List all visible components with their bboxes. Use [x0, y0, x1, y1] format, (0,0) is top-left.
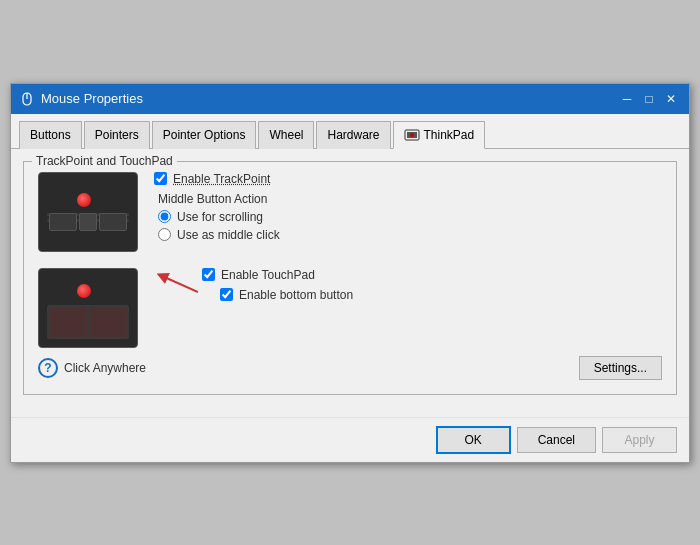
- cancel-button[interactable]: Cancel: [517, 427, 596, 453]
- touchpad-checkboxes: Enable TouchPad Enable bottom button: [202, 268, 353, 308]
- footer: OK Cancel Apply: [11, 417, 689, 462]
- tab-hardware[interactable]: Hardware: [316, 121, 390, 149]
- tab-thinkpad[interactable]: ThinkPad: [393, 121, 486, 149]
- enable-touchpad-checkbox[interactable]: [202, 268, 215, 281]
- svg-point-4: [410, 133, 414, 137]
- tab-pointer-options[interactable]: Pointer Options: [152, 121, 257, 149]
- settings-button[interactable]: Settings...: [579, 356, 662, 380]
- enable-trackpoint-checkbox[interactable]: [154, 172, 167, 185]
- title-buttons: ─ □ ✕: [617, 89, 681, 109]
- tp-mid-btn: [79, 213, 97, 231]
- svg-line-6: [162, 276, 198, 292]
- arrow-indicator: [154, 270, 198, 299]
- enable-bottom-button-label: Enable bottom button: [239, 288, 353, 302]
- tab-pointer-options-label: Pointer Options: [163, 128, 246, 142]
- touchpad-image: [38, 268, 138, 348]
- tab-buttons[interactable]: Buttons: [19, 121, 82, 149]
- help-row: ? Click Anywhere: [38, 358, 146, 378]
- mouse-properties-window: Mouse Properties ─ □ ✕ Buttons Pointers …: [10, 83, 690, 463]
- middle-button-group: Middle Button Action Use for scrolling U…: [158, 192, 662, 242]
- help-question-mark: ?: [44, 361, 51, 375]
- touchpad-surface: [47, 305, 129, 339]
- enable-trackpoint-row: Enable TrackPoint: [154, 172, 662, 186]
- middle-click-radio[interactable]: [158, 228, 171, 241]
- group-box-title: TrackPoint and TouchPad: [32, 154, 177, 168]
- close-button[interactable]: ✕: [661, 89, 681, 109]
- trackpoint-image: [38, 172, 138, 252]
- tab-buttons-label: Buttons: [30, 128, 71, 142]
- trackpoint-touchpad-group: TrackPoint and TouchPad: [23, 161, 677, 395]
- use-for-scrolling-row: Use for scrolling: [158, 210, 662, 224]
- arrow-svg: [154, 270, 198, 296]
- thinkpad-icon: [404, 127, 420, 143]
- title-bar-left: Mouse Properties: [19, 91, 143, 107]
- click-anywhere-label: Click Anywhere: [64, 361, 146, 375]
- tp-left-btn: [49, 213, 77, 231]
- title-bar: Mouse Properties ─ □ ✕: [11, 84, 689, 114]
- mouse-icon: [19, 91, 35, 107]
- tab-pointers[interactable]: Pointers: [84, 121, 150, 149]
- trackpoint-buttons: [49, 213, 127, 231]
- touchpad-options: Enable TouchPad Enable bottom button: [154, 268, 662, 308]
- middle-button-label: Middle Button Action: [158, 192, 662, 206]
- enable-bottom-button-checkbox[interactable]: [220, 288, 233, 301]
- tab-pointers-label: Pointers: [95, 128, 139, 142]
- tab-wheel-label: Wheel: [269, 128, 303, 142]
- trackpoint-red-dot: [77, 193, 91, 207]
- ok-button[interactable]: OK: [436, 426, 511, 454]
- enable-bottom-button-row: Enable bottom button: [220, 288, 353, 302]
- touchpad-section: Enable TouchPad Enable bottom button: [38, 268, 662, 348]
- enable-touchpad-row: Enable TouchPad: [202, 268, 353, 282]
- scroll-radio[interactable]: [158, 210, 171, 223]
- enable-touchpad-label: Enable TouchPad: [221, 268, 315, 282]
- enable-trackpoint-label: Enable TrackPoint: [173, 172, 270, 186]
- middle-click-label: Use as middle click: [177, 228, 280, 242]
- trackpoint-options: Enable TrackPoint Middle Button Action U…: [154, 172, 662, 246]
- tab-thinkpad-label: ThinkPad: [424, 128, 475, 142]
- use-as-middle-click-row: Use as middle click: [158, 228, 662, 242]
- apply-button[interactable]: Apply: [602, 427, 677, 453]
- group-box-bottom: ? Click Anywhere Settings...: [38, 356, 662, 380]
- maximize-button[interactable]: □: [639, 89, 659, 109]
- tp-pad-left: [49, 307, 87, 337]
- tab-bar: Buttons Pointers Pointer Options Wheel H…: [11, 114, 689, 149]
- trackpoint-section: Enable TrackPoint Middle Button Action U…: [38, 172, 662, 252]
- tab-wheel[interactable]: Wheel: [258, 121, 314, 149]
- content-area: TrackPoint and TouchPad: [11, 149, 689, 417]
- tp-right-btn: [99, 213, 127, 231]
- scroll-label: Use for scrolling: [177, 210, 263, 224]
- help-icon: ?: [38, 358, 58, 378]
- minimize-button[interactable]: ─: [617, 89, 637, 109]
- tp-pad-right: [89, 307, 127, 337]
- window-title: Mouse Properties: [41, 91, 143, 106]
- touchpad-red-dot: [77, 284, 91, 298]
- tab-hardware-label: Hardware: [327, 128, 379, 142]
